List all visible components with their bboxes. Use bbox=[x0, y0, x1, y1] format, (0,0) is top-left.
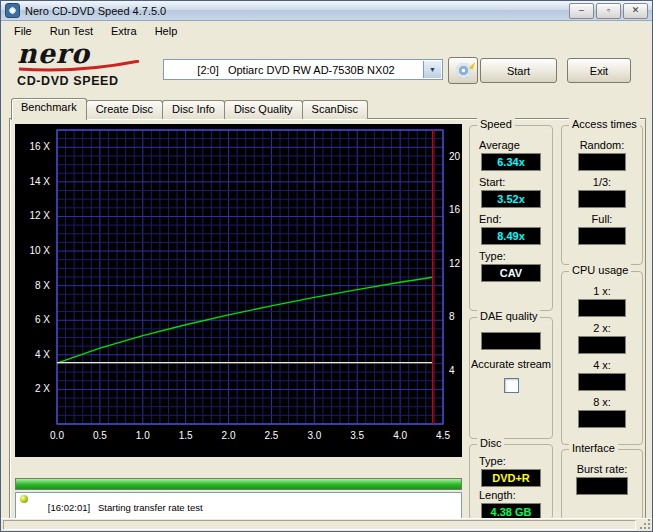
progress-bar-fill bbox=[16, 479, 461, 489]
cpu-4x-value bbox=[578, 373, 626, 391]
dae-quality-group: DAE quality Accurate stream bbox=[469, 317, 553, 439]
svg-text:4.5: 4.5 bbox=[436, 430, 450, 441]
status-bar bbox=[1, 518, 652, 531]
log-line-text: [16:02:01] Starting transfer rate test bbox=[48, 502, 203, 513]
cpu-1x-label: 1 x: bbox=[562, 285, 642, 297]
cpu-8x-value bbox=[578, 410, 626, 428]
window-title: Nero CD-DVD Speed 4.7.5.0 bbox=[25, 5, 569, 17]
cpu-4x-label: 4 x: bbox=[562, 359, 642, 371]
disc-length-label: Length: bbox=[479, 489, 552, 501]
tab-bar: Benchmark Create Disc Disc Info Disc Qua… bbox=[11, 98, 367, 119]
cpu-1x-value bbox=[578, 299, 626, 317]
speed-group-title: Speed bbox=[477, 118, 515, 130]
drive-selector-value: [2:0] Optiarc DVD RW AD-7530B NX02 bbox=[197, 64, 394, 76]
access-times-group: Access times Random: 1/3: Full: bbox=[561, 125, 643, 265]
speed-group: Speed Average 6.34x Start: 3.52x End: 8.… bbox=[469, 125, 553, 311]
interface-group: Interface Burst rate: bbox=[561, 449, 643, 521]
burst-rate-value bbox=[576, 477, 628, 495]
svg-text:2 X: 2 X bbox=[35, 383, 50, 394]
svg-text:2.0: 2.0 bbox=[222, 430, 236, 441]
log-entry-icon bbox=[20, 495, 28, 503]
transfer-rate-chart: 0.00.51.01.52.02.53.03.54.04.52 X4 X6 X8… bbox=[15, 124, 462, 457]
speed-type-value: CAV bbox=[481, 264, 541, 282]
disc-group: Disc Type: DVD+R Length: 4.38 GB bbox=[469, 444, 553, 520]
menu-extra[interactable]: Extra bbox=[102, 23, 146, 39]
start-speed-value: 3.52x bbox=[481, 190, 541, 208]
full-access-label: Full: bbox=[562, 213, 642, 225]
full-access-value bbox=[578, 227, 626, 245]
svg-text:12 X: 12 X bbox=[29, 210, 50, 221]
drive-selector[interactable]: [2:0] Optiarc DVD RW AD-7530B NX02 ▼ bbox=[163, 59, 443, 80]
svg-text:10 X: 10 X bbox=[29, 245, 50, 256]
cpu-8x-label: 8 x: bbox=[562, 396, 642, 408]
type-label: Type: bbox=[479, 250, 552, 262]
maximize-button[interactable]: ▫ bbox=[596, 3, 621, 19]
start-label: Start: bbox=[479, 176, 552, 188]
disc-icon bbox=[456, 63, 471, 78]
tab-create-disc[interactable]: Create Disc bbox=[86, 100, 163, 119]
svg-text:3.5: 3.5 bbox=[350, 430, 364, 441]
svg-text:4 X: 4 X bbox=[35, 349, 50, 360]
svg-text:6 X: 6 X bbox=[35, 314, 50, 325]
chevron-down-icon[interactable]: ▼ bbox=[423, 61, 441, 78]
svg-text:2.5: 2.5 bbox=[264, 430, 278, 441]
close-button[interactable]: ✕ bbox=[623, 3, 648, 19]
svg-text:8: 8 bbox=[449, 311, 455, 322]
menu-file[interactable]: File bbox=[5, 23, 41, 39]
cpu-usage-group: CPU usage 1 x: 2 x: 4 x: 8 x: bbox=[561, 271, 643, 445]
svg-text:0.5: 0.5 bbox=[93, 430, 107, 441]
average-label: Average bbox=[479, 139, 552, 151]
accurate-stream-checkbox[interactable] bbox=[504, 378, 519, 393]
title-bar[interactable]: Nero CD-DVD Speed 4.7.5.0 – ▫ ✕ bbox=[1, 1, 652, 21]
accurate-stream-label: Accurate stream bbox=[470, 358, 552, 371]
average-speed-value: 6.34x bbox=[481, 153, 541, 171]
resize-grip[interactable] bbox=[639, 518, 651, 530]
log-line: [16:02:01] Starting transfer rate test bbox=[18, 495, 459, 521]
nero-logo-subtext: CD-DVD SPEED bbox=[17, 74, 157, 88]
random-access-value bbox=[578, 153, 626, 171]
end-speed-value: 8.49x bbox=[481, 227, 541, 245]
svg-text:12: 12 bbox=[449, 258, 461, 269]
menu-run-test[interactable]: Run Test bbox=[41, 23, 102, 39]
start-button[interactable]: Start bbox=[480, 58, 557, 83]
tab-benchmark[interactable]: Benchmark bbox=[11, 98, 87, 120]
tab-scandisc[interactable]: ScanDisc bbox=[302, 100, 368, 119]
nero-logo-swoosh bbox=[17, 60, 157, 74]
tab-disc-quality[interactable]: Disc Quality bbox=[224, 100, 303, 119]
access-times-title: Access times bbox=[569, 118, 640, 130]
svg-text:3.0: 3.0 bbox=[307, 430, 321, 441]
chart-canvas: 0.00.51.01.52.02.53.03.54.04.52 X4 X6 X8… bbox=[15, 124, 462, 457]
exit-button[interactable]: Exit bbox=[567, 58, 631, 83]
svg-text:16: 16 bbox=[449, 204, 461, 215]
svg-text:1.5: 1.5 bbox=[179, 430, 193, 441]
burst-rate-label: Burst rate: bbox=[562, 463, 642, 475]
app-window: Nero CD-DVD Speed 4.7.5.0 – ▫ ✕ File Run… bbox=[0, 0, 653, 532]
svg-text:16 X: 16 X bbox=[29, 141, 50, 152]
disc-type-value: DVD+R bbox=[481, 469, 541, 487]
svg-text:4.0: 4.0 bbox=[393, 430, 407, 441]
tab-disc-info[interactable]: Disc Info bbox=[162, 100, 225, 119]
svg-text:1.0: 1.0 bbox=[136, 430, 150, 441]
disc-type-label: Type: bbox=[479, 455, 552, 467]
svg-text:14 X: 14 X bbox=[29, 176, 50, 187]
svg-text:20: 20 bbox=[449, 151, 461, 162]
interface-title: Interface bbox=[569, 442, 618, 454]
end-label: End: bbox=[479, 213, 552, 225]
log-box[interactable]: [16:02:01] Starting transfer rate test [… bbox=[15, 492, 462, 521]
window-controls: – ▫ ✕ bbox=[569, 3, 648, 19]
refresh-drive-button[interactable] bbox=[448, 57, 478, 84]
random-access-label: Random: bbox=[562, 139, 642, 151]
progress-bar bbox=[15, 478, 462, 490]
dae-quality-value bbox=[481, 332, 541, 350]
third-access-label: 1/3: bbox=[562, 176, 642, 188]
disc-group-title: Disc bbox=[477, 437, 504, 449]
app-icon bbox=[5, 3, 20, 18]
third-access-value bbox=[578, 190, 626, 208]
minimize-button[interactable]: – bbox=[569, 3, 594, 19]
cpu-2x-value bbox=[578, 336, 626, 354]
nero-logo: nero CD-DVD SPEED bbox=[17, 41, 157, 88]
menu-help[interactable]: Help bbox=[146, 23, 187, 39]
dae-quality-title: DAE quality bbox=[477, 310, 540, 322]
svg-text:4: 4 bbox=[449, 365, 455, 376]
svg-text:8 X: 8 X bbox=[35, 280, 50, 291]
